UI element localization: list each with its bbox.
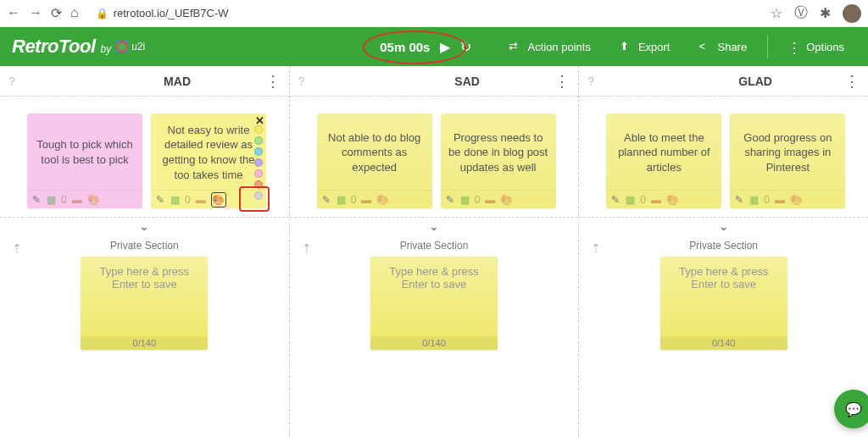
edit-icon[interactable]: ✎ [32, 194, 41, 206]
options-button[interactable]: ⋯ Options [776, 37, 856, 56]
lock-icon: 🔒 [96, 8, 108, 19]
card[interactable]: Able to meet the planned number of artic… [606, 113, 721, 208]
share-button[interactable]: < Share [687, 40, 759, 53]
brand-by: by [101, 43, 112, 55]
card[interactable]: Progress needs to be done in blog post u… [441, 113, 556, 208]
export-button[interactable]: ⬆ Export [608, 40, 682, 53]
back-icon[interactable]: ← [7, 5, 20, 21]
color-picker [254, 125, 263, 200]
card-footer: ✎ ▦ 0 ▬ 🎨 [606, 190, 721, 208]
vote-down-icon[interactable]: ▬ [485, 194, 495, 206]
vote-count: 0 [475, 194, 481, 206]
card-text: Progress needs to be done in blog post u… [441, 113, 556, 190]
address-bar[interactable]: 🔒 retrotool.io/_UEfB7C-W [89, 7, 760, 19]
vote-count: 0 [351, 194, 357, 206]
section-divider[interactable]: ⌄ [0, 217, 289, 235]
home-icon[interactable]: ⌂ [70, 5, 79, 21]
vote-up-icon[interactable]: ▦ [47, 194, 56, 206]
url-text: retrotool.io/_UEfB7C-W [114, 7, 229, 19]
star-icon[interactable]: ☆ [771, 5, 782, 21]
play-icon[interactable]: ▶ [440, 39, 450, 55]
edit-icon[interactable]: ✎ [446, 194, 454, 206]
vote-up-icon[interactable]: ▦ [170, 194, 180, 206]
color-option[interactable] [254, 136, 263, 145]
action-points-label: Action points [527, 41, 590, 53]
palette-icon[interactable]: 🎨 [87, 194, 100, 206]
share-label: Share [717, 41, 747, 53]
color-option[interactable] [254, 169, 263, 178]
vote-up-icon[interactable]: ▦ [337, 194, 346, 206]
help-icon[interactable]: ? [298, 75, 305, 88]
browser-chrome: ← → ⟳ ⌂ 🔒 retrotool.io/_UEfB7C-W ☆ Ⓥ ✱ [0, 0, 868, 27]
profile-avatar[interactable] [843, 4, 861, 23]
edit-icon[interactable]: ✎ [322, 194, 331, 206]
column-header: ? MAD ⋮ [0, 66, 289, 97]
palette-icon[interactable]: 🎨 [376, 194, 389, 206]
private-card: 0/140 [660, 257, 787, 350]
palette-icon[interactable]: 🎨 [790, 194, 803, 206]
char-count: 0/140 [81, 336, 208, 350]
section-divider[interactable]: ⌄ [579, 217, 868, 235]
palette-icon[interactable]: 🎨 [666, 194, 679, 206]
card[interactable]: Tough to pick which tool is best to pick… [27, 113, 142, 208]
reload-icon[interactable]: ⟳ [51, 5, 62, 21]
vote-count: 0 [61, 194, 67, 206]
extension-icon-1[interactable]: Ⓥ [794, 4, 808, 22]
palette-icon[interactable]: 🎨 [500, 194, 513, 206]
collapse-icon[interactable]: ⇡ [12, 241, 22, 255]
vote-up-icon[interactable]: ▦ [626, 194, 635, 206]
private-input[interactable] [81, 257, 208, 336]
browser-actions: ☆ Ⓥ ✱ [771, 4, 861, 23]
help-icon[interactable]: ? [8, 75, 15, 88]
collapse-icon[interactable]: ⇡ [302, 241, 312, 255]
chat-icon: 💬 [845, 401, 862, 418]
color-option[interactable] [254, 125, 263, 134]
color-option[interactable] [254, 191, 263, 200]
forward-icon[interactable]: → [29, 5, 42, 21]
palette-icon[interactable]: 🎨 [211, 192, 226, 207]
private-label: Private Section [689, 240, 758, 252]
partner-name: u2i [131, 41, 145, 53]
help-icon[interactable]: ? [587, 75, 594, 88]
column-menu-icon[interactable]: ⋮ [265, 72, 281, 91]
restart-icon[interactable]: ↻ [460, 39, 471, 55]
chat-button[interactable]: 💬 [834, 390, 868, 429]
vote-up-icon[interactable]: ▦ [749, 194, 759, 206]
section-divider[interactable]: ⌄ [290, 217, 579, 235]
card-text: Tough to pick which tool is best to pick [27, 113, 142, 190]
cards-row: Not able to do blog comments as expected… [290, 97, 579, 217]
export-label: Export [638, 41, 670, 53]
cards-row: Tough to pick which tool is best to pick… [0, 97, 289, 217]
vote-down-icon[interactable]: ▬ [775, 194, 785, 206]
vote-down-icon[interactable]: ▬ [72, 194, 82, 206]
vote-down-icon[interactable]: ▬ [361, 194, 371, 206]
edit-icon[interactable]: ✎ [611, 194, 620, 206]
card-footer: ✎ ▦ 0 ▬ 🎨 [27, 190, 142, 208]
vote-down-icon[interactable]: ▬ [196, 194, 206, 206]
private-card: 0/140 [370, 257, 498, 350]
extensions-icon[interactable]: ✱ [820, 5, 831, 21]
vote-up-icon[interactable]: ▦ [460, 194, 470, 206]
color-option[interactable] [254, 180, 263, 189]
private-input[interactable] [660, 257, 787, 336]
vote-down-icon[interactable]: ▬ [651, 194, 661, 206]
private-card: 0/140 [81, 257, 208, 350]
brand: RetroTool by u2i [12, 36, 145, 58]
private-input[interactable] [370, 257, 498, 336]
color-option[interactable] [254, 147, 263, 156]
card[interactable]: ✕ Not easy to write detailed review as g… [151, 113, 266, 208]
card[interactable]: Good progress on sharing images in Pinte… [730, 113, 845, 208]
edit-icon[interactable]: ✎ [156, 194, 164, 206]
options-label: Options [806, 41, 844, 53]
board: ? MAD ⋮ Tough to pick which tool is best… [0, 66, 868, 437]
card[interactable]: Not able to do blog comments as expected… [317, 113, 432, 208]
edit-icon[interactable]: ✎ [735, 194, 743, 206]
column-sad: ? SAD ⋮ Not able to do blog comments as … [290, 66, 580, 437]
export-icon: ⬆ [620, 40, 633, 53]
collapse-icon[interactable]: ⇡ [591, 241, 601, 255]
action-points-button[interactable]: ⇄ Action points [497, 40, 602, 53]
color-option[interactable] [254, 158, 263, 167]
column-menu-icon[interactable]: ⋮ [844, 72, 860, 91]
column-menu-icon[interactable]: ⋮ [554, 72, 570, 91]
char-count: 0/140 [660, 336, 787, 350]
